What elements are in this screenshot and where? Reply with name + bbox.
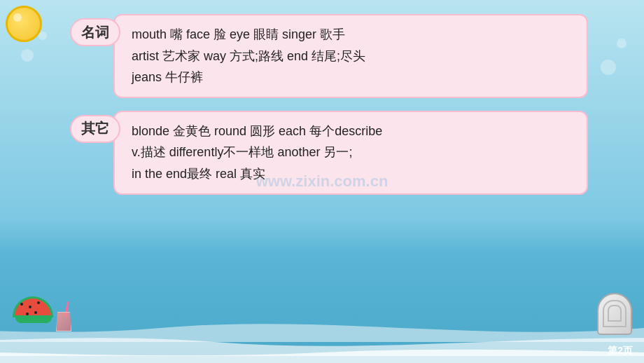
- fan-decoration: [597, 293, 636, 342]
- nouns-section: 名词 mouth 嘴 face 脸 eye 眼睛 singer 歌手 artis…: [70, 14, 588, 98]
- bubble-1: [21, 49, 34, 62]
- bubble-3: [601, 60, 616, 75]
- nouns-line-1: mouth 嘴 face 脸 eye 眼睛 singer 歌手: [132, 24, 574, 46]
- main-content: 名词 mouth 嘴 face 脸 eye 眼睛 singer 歌手 artis…: [70, 14, 588, 300]
- others-section: 其它 blonde 金黄色 round 圆形 each 每个describe v…: [70, 111, 588, 195]
- waves-container: [0, 300, 644, 363]
- watermelon-decoration: [13, 296, 55, 335]
- others-line-2: v.描述 differently不一样地 another 另一;: [132, 142, 574, 163]
- nouns-line-2: artist 艺术家 way 方式;路线 end 结尾;尽头: [132, 46, 574, 67]
- bubble-4: [617, 39, 626, 48]
- background: www.zixin.com.cn 名词 mouth 嘴 face 脸 eye 眼…: [0, 0, 644, 363]
- others-label: 其它: [70, 115, 120, 143]
- watermelon-rind: [15, 317, 52, 323]
- nouns-label: 名词: [70, 18, 120, 46]
- watermelon-red: [13, 296, 53, 317]
- fan-body: [597, 293, 632, 335]
- lemon-decoration: [6, 6, 42, 42]
- bubble-2: [38, 32, 47, 40]
- wave-3: [0, 342, 644, 363]
- page-number: 第2页: [608, 345, 633, 357]
- others-line-3: in the end最终 real 真实: [132, 163, 574, 185]
- nouns-content: mouth 嘴 face 脸 eye 眼睛 singer 歌手 artist 艺…: [113, 14, 588, 98]
- others-content: blonde 金黄色 round 圆形 each 每个describe v.描述…: [113, 111, 588, 195]
- nouns-line-3: jeans 牛仔裤: [132, 67, 574, 88]
- cup: [56, 312, 71, 331]
- drink-decoration: [56, 312, 71, 331]
- others-line-1: blonde 金黄色 round 圆形 each 每个describe: [132, 121, 574, 142]
